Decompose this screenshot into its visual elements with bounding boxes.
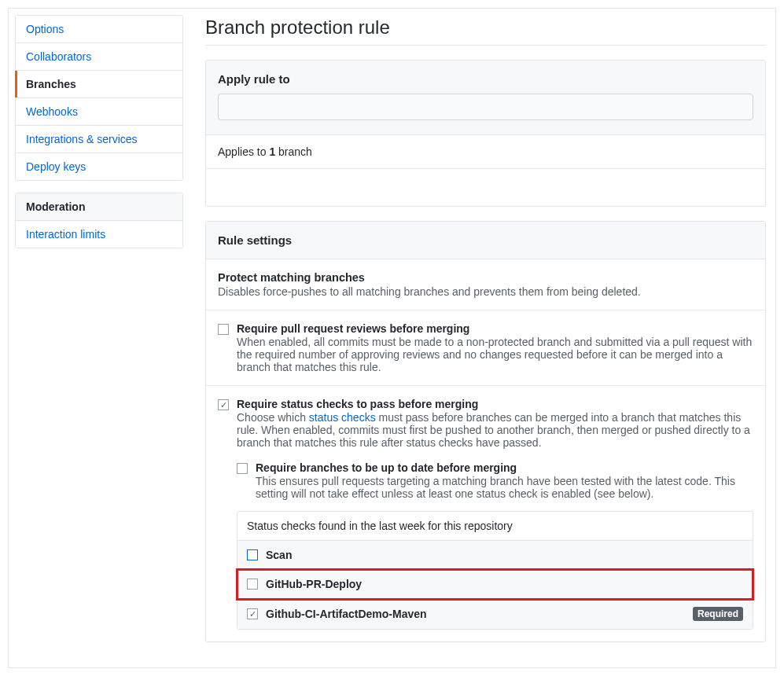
apply-rule-header: Apply rule to xyxy=(206,61,765,134)
uptodate-block: Require branches to be up to date before… xyxy=(237,461,753,630)
status-check-checkbox[interactable] xyxy=(247,579,258,590)
applies-prefix: Applies to xyxy=(218,145,269,158)
status-check-name: Github-CI-ArtifactDemo-Maven xyxy=(266,608,693,620)
applies-count: 1 xyxy=(269,145,275,158)
uptodate-checkbox[interactable] xyxy=(237,463,248,474)
status-checks-header: Status checks found in the last week for… xyxy=(237,512,753,541)
require-status-row: Require status checks to pass before mer… xyxy=(206,386,765,641)
uptodate-desc: This ensures pull requests targeting a m… xyxy=(256,475,753,500)
rule-settings-panel: Rule settings Protect matching branches … xyxy=(205,221,766,642)
apply-rule-panel: Apply rule to Applies to 1 branch xyxy=(205,60,766,207)
sidebar: OptionsCollaboratorsBranchesWebhooksInte… xyxy=(9,9,190,667)
sidebar-item-deploy-keys[interactable]: Deploy keys xyxy=(16,153,182,180)
status-check-name: GitHub-PR-Deploy xyxy=(266,578,743,590)
protect-section: Protect matching branches Disables force… xyxy=(206,259,765,310)
branch-pattern-input[interactable] xyxy=(218,94,753,120)
spacer xyxy=(206,168,765,206)
sidebar-group-moderation: Moderation Interaction limits xyxy=(15,193,183,248)
page-title: Branch protection rule xyxy=(205,17,766,46)
status-check-row: Scan xyxy=(237,541,753,570)
status-check-checkbox[interactable] xyxy=(247,549,258,560)
sidebar-item-collaborators[interactable]: Collaborators xyxy=(16,43,182,71)
sidebar-group-main: OptionsCollaboratorsBranchesWebhooksInte… xyxy=(15,15,183,181)
status-check-name: Scan xyxy=(266,549,743,561)
sidebar-item-branches[interactable]: Branches xyxy=(16,71,182,98)
status-check-row: Github-CI-ArtifactDemo-MavenRequired xyxy=(237,599,753,629)
protect-desc: Disables force-pushes to all matching br… xyxy=(218,285,753,298)
require-pr-checkbox[interactable] xyxy=(218,324,229,335)
applies-suffix: branch xyxy=(275,145,312,158)
sidebar-moderation-header: Moderation xyxy=(16,193,182,221)
rule-settings-header: Rule settings xyxy=(206,222,765,259)
sidebar-item-webhooks[interactable]: Webhooks xyxy=(16,98,182,126)
sidebar-item-interaction-limits[interactable]: Interaction limits xyxy=(16,221,182,248)
status-checks-link[interactable]: status checks xyxy=(309,411,376,424)
status-check-row: GitHub-PR-Deploy xyxy=(237,570,753,599)
applies-row: Applies to 1 branch xyxy=(206,134,765,168)
main-content: Branch protection rule Apply rule to App… xyxy=(205,9,775,667)
status-check-checkbox[interactable] xyxy=(247,608,258,619)
protect-title: Protect matching branches xyxy=(218,271,753,284)
require-status-desc: Choose which status checks must pass bef… xyxy=(237,411,753,449)
required-badge: Required xyxy=(693,607,743,621)
require-status-label: Require status checks to pass before mer… xyxy=(237,398,753,410)
status-checks-box: Status checks found in the last week for… xyxy=(237,511,753,630)
sidebar-item-options[interactable]: Options xyxy=(16,16,182,43)
require-status-checkbox[interactable] xyxy=(218,399,229,410)
require-pr-row: Require pull request reviews before merg… xyxy=(206,310,765,386)
sidebar-item-integrations-services[interactable]: Integrations & services xyxy=(16,126,182,153)
uptodate-label: Require branches to be up to date before… xyxy=(256,461,753,474)
require-pr-label: Require pull request reviews before merg… xyxy=(237,322,753,335)
require-pr-desc: When enabled, all commits must be made t… xyxy=(237,336,753,373)
settings-container: OptionsCollaboratorsBranchesWebhooksInte… xyxy=(8,8,776,668)
apply-rule-label: Apply rule to xyxy=(218,72,753,86)
